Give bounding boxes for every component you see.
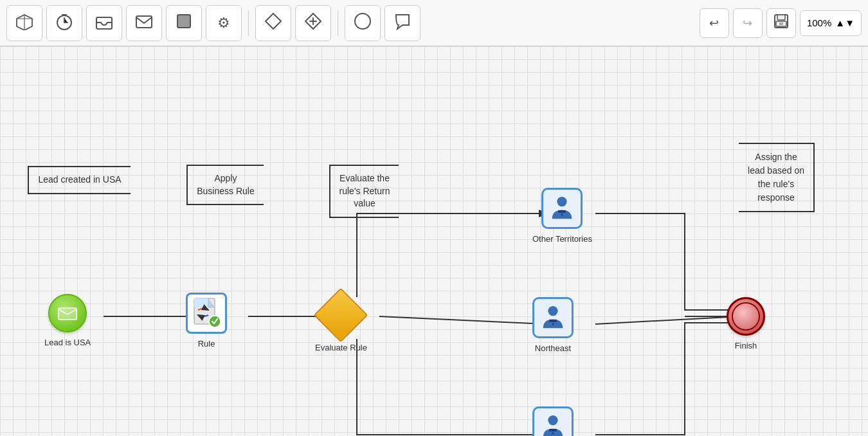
- svg-point-25: [548, 415, 557, 425]
- gear-icon: ⚙: [217, 15, 230, 32]
- other-territories-icon: [541, 188, 583, 229]
- stop-button[interactable]: [166, 5, 202, 41]
- northeast-label: Northeast: [535, 343, 571, 353]
- mail-button[interactable]: [126, 5, 162, 41]
- svg-line-13: [379, 316, 548, 324]
- zoom-control[interactable]: 100% ▲▼: [800, 10, 862, 36]
- start-event-circle: [48, 294, 87, 332]
- svg-rect-26: [549, 429, 556, 431]
- start-event-label: Lead is USA: [44, 338, 91, 347]
- separator-2: [338, 10, 338, 36]
- northwest-node[interactable]: Northwest: [532, 406, 574, 436]
- annotation-lead-usa: Lead created in USA: [15, 166, 143, 194]
- 3d-box-icon: [15, 12, 33, 34]
- gateway-diamond-icon: [264, 12, 282, 34]
- save-icon: [773, 14, 789, 32]
- comment-icon: [393, 12, 411, 34]
- separator-1: [248, 10, 249, 36]
- evaluate-diamond-wrapper: [318, 293, 363, 338]
- clock-icon: [55, 12, 73, 34]
- 3d-box-button[interactable]: [6, 5, 42, 41]
- rule-node-box: [186, 293, 227, 334]
- svg-rect-2: [136, 16, 152, 28]
- svg-rect-24: [549, 320, 556, 322]
- add-event-button[interactable]: [295, 5, 331, 41]
- finish-node[interactable]: Finish: [727, 297, 765, 350]
- svg-rect-8: [779, 23, 783, 25]
- evaluate-rule-node[interactable]: Evaluate Rule: [315, 293, 367, 352]
- start-event-node[interactable]: Lead is USA: [44, 294, 91, 347]
- inbox-button[interactable]: [86, 5, 122, 41]
- redo-button[interactable]: ↪: [733, 8, 763, 38]
- gear-button[interactable]: ⚙: [206, 5, 242, 41]
- mail-icon: [135, 12, 153, 34]
- plus-diamond-icon: [304, 12, 322, 34]
- svg-line-14: [595, 316, 741, 324]
- northwest-icon: [532, 406, 574, 436]
- rule-node[interactable]: Rule: [186, 293, 227, 349]
- inbox-icon: [95, 12, 113, 34]
- zoom-value: 100%: [807, 17, 831, 28]
- annotation-evaluate: Evaluate therule's Returnvalue: [301, 165, 427, 218]
- undo-button[interactable]: ↩: [700, 8, 729, 38]
- annotation-apply-rule: ApplyBusiness Rule: [162, 165, 288, 205]
- gateway-button[interactable]: [255, 5, 291, 41]
- northeast-icon: [532, 297, 574, 338]
- end-event-circle: [727, 297, 765, 336]
- svg-rect-3: [177, 15, 190, 28]
- svg-rect-17: [59, 308, 77, 320]
- evaluate-diamond: [314, 288, 368, 343]
- save-button[interactable]: [766, 8, 796, 38]
- rule-node-label: Rule: [198, 339, 215, 349]
- other-territories-node[interactable]: Other Territories: [532, 188, 592, 244]
- svg-point-23: [548, 306, 557, 316]
- end-event-inner: [732, 302, 760, 331]
- toolbar: ⚙ ↩ ↪: [0, 0, 868, 46]
- circle-icon: [354, 12, 372, 34]
- northeast-node[interactable]: Northeast: [532, 297, 574, 353]
- other-territories-label: Other Territories: [532, 234, 592, 244]
- svg-point-4: [355, 14, 370, 29]
- toolbar-right: ↩ ↪ 100% ▲▼: [700, 8, 862, 38]
- svg-point-21: [557, 197, 567, 206]
- evaluate-rule-label: Evaluate Rule: [315, 343, 367, 352]
- annotation-assign: Assign thelead based onthe rule'srespons…: [690, 143, 863, 212]
- circle-event-button[interactable]: [345, 5, 381, 41]
- stop-icon: [175, 12, 193, 34]
- timer-button[interactable]: [46, 5, 82, 41]
- comment-button[interactable]: [384, 5, 420, 41]
- svg-rect-6: [777, 15, 785, 20]
- finish-label: Finish: [735, 341, 757, 350]
- zoom-chevron-icon: ▲▼: [835, 17, 854, 28]
- workflow-canvas: Lead created in USA ApplyBusiness Rule E…: [0, 46, 868, 436]
- svg-rect-22: [559, 210, 566, 213]
- svg-rect-19: [194, 298, 208, 307]
- connectors-svg: [0, 46, 868, 436]
